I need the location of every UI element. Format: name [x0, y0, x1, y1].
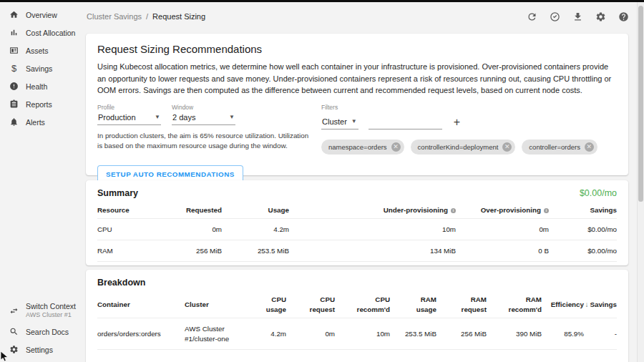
sidebar-item-label: Overview	[26, 11, 57, 19]
current-context-label: AWS Cluster #1	[26, 311, 76, 319]
add-filter-button[interactable]: +	[452, 117, 462, 129]
chevron-down-icon: ▼	[155, 114, 160, 120]
summary-table: Resource Requested Usage Under-provision…	[97, 202, 617, 262]
sidebar-item-label: Health	[26, 82, 47, 91]
page-title: Request Sizing Recommendations	[97, 43, 617, 55]
filter-chips: namespace=orders ✕ controllerKind=deploy…	[321, 140, 617, 155]
topbar-actions	[526, 11, 629, 22]
sidebar-item-health[interactable]: Health	[0, 77, 80, 95]
page-description: Using Kubecost allocation metrics, we de…	[97, 61, 617, 97]
home-icon	[9, 10, 19, 20]
window-select-value: 2 days	[172, 113, 195, 122]
profile-select[interactable]: Production ▼	[97, 111, 161, 125]
cell-cpu-request: 0m	[286, 318, 335, 349]
col-ram-usage[interactable]: RAMusage	[390, 291, 436, 318]
help-icon[interactable]	[618, 11, 629, 22]
refresh-icon[interactable]	[526, 11, 537, 22]
cell-efficiency: 85.9%	[542, 318, 584, 349]
sidebar-item-overview[interactable]: Overview	[0, 6, 80, 24]
sidebar-item-switch-context[interactable]: Switch Context AWS Cluster #1	[0, 298, 80, 323]
sidebar-item-reports[interactable]: Reports	[0, 95, 80, 113]
cell-savings: $0.00/mo	[549, 219, 617, 240]
table-row: RAM 256 MiB 253.5 MiB 134 MiB 0 B $0.00/…	[97, 240, 617, 262]
col-cpu-recommd[interactable]: CPUrecomm'd	[335, 291, 390, 318]
chip-delete-icon[interactable]: ✕	[585, 142, 594, 152]
bell-icon	[9, 117, 19, 127]
cell-container: orders/orders:orders	[97, 318, 185, 349]
cell-cluster: AWS Cluster #1/cluster-one	[185, 318, 260, 349]
profile-helper-text: In production clusters, the aim is 65% r…	[97, 131, 309, 151]
sidebar-item-search-docs[interactable]: Search Docs	[0, 323, 80, 341]
sidebar-item-cost-allocation[interactable]: Cost Allocation	[0, 24, 80, 41]
cell-usage: 4.2m	[222, 219, 289, 240]
breakdown-card: Breakdown Container Cluster CPUusage CPU…	[86, 270, 628, 362]
sidebar-item-label: Search Docs	[26, 328, 69, 336]
sidebar-item-assets[interactable]: Assets	[0, 41, 80, 59]
check-circle-icon[interactable]	[549, 11, 560, 22]
col-cluster[interactable]: Cluster	[185, 291, 260, 318]
filter-chip: controller=orders ✕	[522, 140, 597, 155]
filter-chip: controllerKind=deployment ✕	[411, 140, 516, 155]
cell-usage: 253.5 MiB	[222, 240, 289, 262]
request-sizing-card: Request Sizing Recommendations Using Kub…	[86, 34, 628, 175]
col-container[interactable]: Container	[97, 291, 185, 318]
window-select-label: Window	[172, 104, 235, 111]
breadcrumb-current: Request Sizing	[152, 12, 205, 21]
col-ram-recommd[interactable]: RAMrecomm'd	[487, 291, 542, 318]
cell-cpu-usage: 4.2m	[260, 318, 286, 349]
cell-ram-recommd: 390 MiB	[487, 318, 542, 349]
search-icon	[9, 327, 19, 337]
dollar-icon: $	[9, 64, 19, 74]
info-icon[interactable]: i	[451, 208, 456, 213]
filter-chip: namespace=orders ✕	[321, 140, 404, 155]
cell-savings: $0.00/mo	[549, 240, 617, 262]
table-row: CPU 0m 4.2m 10m 0m $0.00/mo	[97, 219, 617, 240]
sidebar: Overview Cost Allocation Assets $ Saving…	[0, 2, 80, 362]
sidebar-item-settings[interactable]: Settings	[0, 341, 80, 358]
sort-desc-icon: ↓	[585, 300, 588, 308]
info-icon[interactable]: i	[544, 208, 549, 213]
filter-field-select[interactable]: Cluster ▼	[321, 116, 358, 129]
cell-ram-usage: 253.5 MiB	[390, 318, 436, 349]
profile-select-value: Production	[98, 113, 136, 122]
scrollbar-track[interactable]	[637, 2, 644, 362]
table-row[interactable]: orders/orders:orders AWS Cluster #1/clus…	[97, 318, 617, 349]
window-select[interactable]: 2 days ▼	[172, 111, 235, 125]
profile-select-group: Profile Production ▼	[97, 104, 161, 125]
reports-icon	[9, 99, 19, 109]
download-icon[interactable]	[572, 11, 583, 22]
summary-card: Summary $0.00/mo Resource Requested Usag…	[86, 180, 628, 265]
col-over-provisioning: Over-provisioningi	[456, 202, 549, 219]
chip-delete-icon[interactable]: ✕	[502, 142, 512, 152]
filter-value-input[interactable]	[369, 117, 442, 129]
sidebar-item-savings[interactable]: $ Savings	[0, 59, 80, 77]
cell-ram-request: 256 MiB	[436, 318, 487, 349]
cell-cpu-recommd: 10m	[335, 318, 390, 349]
col-savings: Savings	[549, 202, 617, 219]
col-cpu-request[interactable]: CPUrequest	[286, 291, 335, 318]
sidebar-item-label: Assets	[26, 47, 49, 55]
chevron-down-icon: ▼	[229, 114, 235, 120]
gear-icon[interactable]	[595, 11, 606, 22]
cell-resource: CPU	[97, 219, 169, 240]
filter-field-value: Cluster	[322, 117, 347, 126]
chip-delete-icon[interactable]: ✕	[391, 142, 401, 152]
cell-resource: RAM	[97, 240, 169, 262]
scrollbar-thumb[interactable]	[638, 6, 643, 202]
filter-chip-label: namespace=orders	[328, 143, 387, 151]
breadcrumb-parent[interactable]: Cluster Savings	[87, 12, 142, 21]
col-ram-request[interactable]: RAMrequest	[436, 291, 487, 318]
filter-chip-label: controller=orders	[529, 143, 580, 151]
switch-context-icon	[9, 305, 19, 315]
sidebar-item-label: Settings	[26, 346, 53, 354]
col-under-provisioning: Under-provisioningi	[289, 202, 456, 219]
window-edge	[0, 0, 644, 2]
breadcrumb: Cluster Savings / Request Sizing	[87, 12, 205, 21]
breakdown-table: Container Cluster CPUusage CPUrequest CP…	[97, 291, 617, 350]
col-savings-sorted[interactable]: ↓Savings	[584, 291, 617, 318]
col-cpu-usage[interactable]: CPUusage	[260, 291, 286, 318]
sidebar-item-label: Savings	[26, 64, 52, 73]
col-usage: Usage	[222, 202, 289, 219]
col-efficiency[interactable]: Efficiency	[542, 291, 584, 318]
sidebar-item-alerts[interactable]: Alerts	[0, 113, 80, 131]
